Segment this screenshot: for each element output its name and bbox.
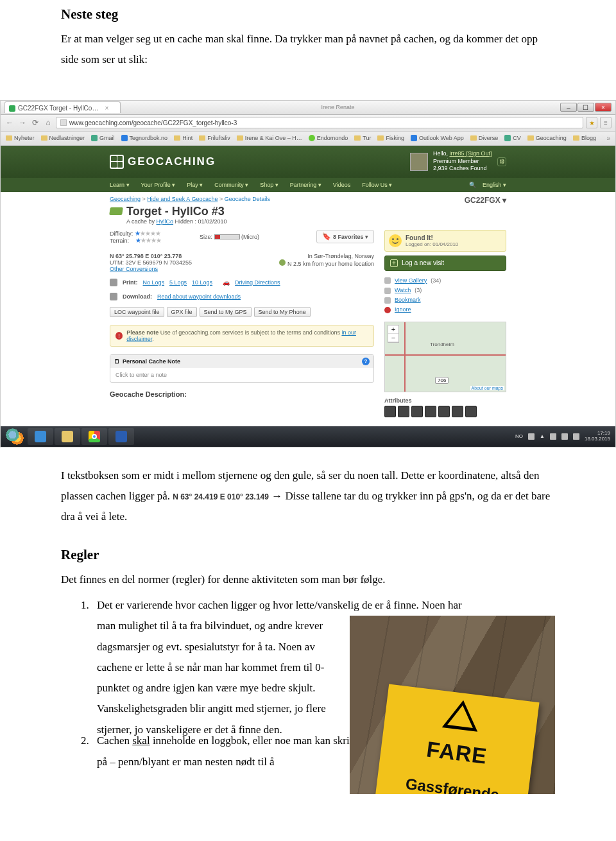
bookmark-item[interactable]: Nyheter: [6, 135, 35, 141]
nav-item[interactable]: Play ▾: [187, 182, 203, 188]
description-heading: Geocache Description:: [110, 390, 374, 398]
bookmark-star-icon[interactable]: ★: [586, 117, 597, 128]
download-button[interactable]: Send to My Phone: [254, 307, 311, 317]
bookmark-item[interactable]: Outlook Web App: [411, 135, 464, 141]
bookmark-item[interactable]: CV: [504, 135, 521, 141]
favorites-box[interactable]: 🔖 8 Favorites ▾: [316, 230, 374, 243]
tab-close-icon[interactable]: ×: [105, 105, 108, 112]
download-button[interactable]: LOC waypoint file: [110, 307, 164, 317]
avatar[interactable]: [410, 153, 428, 171]
tab-title: GC22FGX Torget - HyllCo…: [18, 105, 98, 112]
zoom-out-button[interactable]: −: [388, 334, 398, 342]
crumb-link[interactable]: Geocaching: [110, 196, 141, 202]
bookmark-item[interactable]: Tur: [354, 135, 371, 141]
print-icon: [110, 279, 117, 286]
mini-map[interactable]: +− Trondheim 706 About our maps: [384, 322, 506, 392]
map-badge: 706: [435, 377, 449, 384]
browser-user-label: Irene Renate: [321, 104, 355, 110]
attribute-icon: [452, 406, 463, 417]
signout-link[interactable]: (Sign Out): [464, 150, 492, 157]
taskbar-ie[interactable]: [28, 428, 53, 445]
nav-item[interactable]: Follow Us ▾: [362, 182, 392, 188]
tray-network-icon[interactable]: [550, 433, 556, 440]
map-road: [385, 354, 506, 356]
search-icon[interactable]: 🔍: [469, 182, 476, 188]
crumb-link[interactable]: Hide and Seek A Geocache: [147, 196, 218, 202]
gallery-link[interactable]: View Gallery: [395, 276, 427, 286]
url-field[interactable]: www.geocaching.com/geocache/GC22FGX_torg…: [56, 117, 583, 128]
tray-volume-icon[interactable]: [561, 433, 568, 440]
user-panel: Hello, irre85 (Sign Out) Premium Member …: [410, 150, 506, 173]
tray-up-icon[interactable]: ▲: [540, 433, 545, 439]
bookmark-item[interactable]: Fisking: [377, 135, 404, 141]
download-help-link[interactable]: Read about waypoint downloads: [157, 293, 241, 300]
other-conversions-link[interactable]: Other Conversions: [110, 266, 158, 272]
attributes-heading: Attributes: [384, 397, 506, 404]
owner-link[interactable]: HyllCo: [157, 218, 174, 225]
help-icon[interactable]: ?: [362, 358, 370, 365]
about-maps-link[interactable]: About our maps: [470, 386, 504, 390]
watch-link[interactable]: Watch: [395, 286, 411, 295]
bookmark-item[interactable]: Endomondo: [309, 135, 348, 141]
ignore-link[interactable]: Ignore: [395, 305, 411, 315]
bookmark-item[interactable]: Gmail: [91, 135, 115, 141]
bookmark-item[interactable]: Diverse: [470, 135, 499, 141]
size-indicator: [214, 234, 240, 239]
map-zoom[interactable]: +−: [388, 325, 399, 343]
taskbar-chrome[interactable]: [81, 428, 107, 445]
nav-item[interactable]: Your Profile ▾: [141, 182, 176, 188]
bookmark-item[interactable]: Tegnordbok.no: [121, 135, 168, 141]
print-link[interactable]: 10 Logs: [192, 279, 212, 286]
nav-reload-icon[interactable]: ⟳: [30, 117, 40, 128]
nav-item[interactable]: Shop ▾: [260, 182, 278, 188]
nav-item[interactable]: Community ▾: [214, 182, 248, 188]
print-link[interactable]: No Logs: [143, 279, 165, 286]
nav-back-icon[interactable]: ←: [4, 117, 15, 128]
print-link[interactable]: 5 Logs: [169, 279, 187, 286]
driving-link[interactable]: Driving Directions: [235, 279, 280, 286]
taskbar-explorer[interactable]: [55, 428, 80, 445]
site-logo[interactable]: GEOCACHING: [110, 155, 216, 169]
member-status: Premium Member: [433, 158, 492, 166]
download-label: Download:: [123, 293, 152, 300]
gmail-icon: [91, 135, 98, 141]
bookmark-item[interactable]: Hint: [174, 135, 193, 141]
terrain-label: Terrain:: [110, 238, 129, 244]
bookmark-item[interactable]: Blogg: [573, 135, 596, 141]
log-visit-button[interactable]: + Log a new visit: [384, 256, 506, 271]
bookmark-link[interactable]: Bookmark: [395, 295, 421, 305]
username-link[interactable]: irre85: [449, 150, 464, 157]
personal-note-field[interactable]: Click to enter a note: [110, 368, 373, 382]
zoom-in-button[interactable]: +: [388, 325, 398, 334]
bookmark-item[interactable]: Irene & Kai Ove – H…: [237, 135, 302, 141]
browser-tab[interactable]: GC22FGX Torget - HyllCo… ×: [4, 101, 121, 113]
bookmarks-overflow[interactable]: »: [606, 135, 610, 142]
bookmark-item[interactable]: Friluftsliv: [199, 135, 230, 141]
settings-gear-icon[interactable]: ⚙: [497, 157, 506, 166]
bookmark-item[interactable]: Nedlastninger: [41, 135, 85, 141]
url-text: www.geocaching.com/geocache/GC22FGX_torg…: [69, 119, 237, 126]
download-button[interactable]: GPX file: [167, 307, 197, 317]
para-after-shot: I tekstboksen som er midt i mellom stjer…: [61, 465, 555, 528]
browser-menu-icon[interactable]: ≡: [600, 117, 612, 128]
window-minimize-button[interactable]: –: [560, 103, 577, 112]
nav-home-icon[interactable]: ⌂: [43, 117, 53, 128]
taskbar-word[interactable]: [108, 428, 134, 445]
tray-icon[interactable]: [528, 433, 535, 440]
nav-item[interactable]: Learn ▾: [110, 182, 130, 188]
gc-code[interactable]: GC22FGX ▾: [465, 196, 506, 205]
tab-favicon: [9, 105, 15, 112]
start-button[interactable]: [3, 428, 26, 445]
bookmark-item[interactable]: Geocaching: [527, 135, 567, 141]
nav-item[interactable]: Partnering ▾: [290, 182, 321, 188]
nav-forward-icon[interactable]: →: [17, 117, 28, 128]
nav-item[interactable]: Videos: [333, 182, 350, 188]
folder-icon: [527, 135, 534, 141]
download-button[interactable]: Send to My GPS: [200, 307, 252, 317]
language-selector[interactable]: English ▾: [483, 182, 506, 188]
window-close-button[interactable]: ×: [595, 103, 612, 112]
tray-clock[interactable]: 17:19 18.03.2015: [585, 431, 610, 442]
tray-lang[interactable]: NO: [515, 433, 523, 439]
tray-battery-icon[interactable]: [573, 433, 579, 440]
window-maximize-button[interactable]: ☐: [578, 103, 594, 112]
